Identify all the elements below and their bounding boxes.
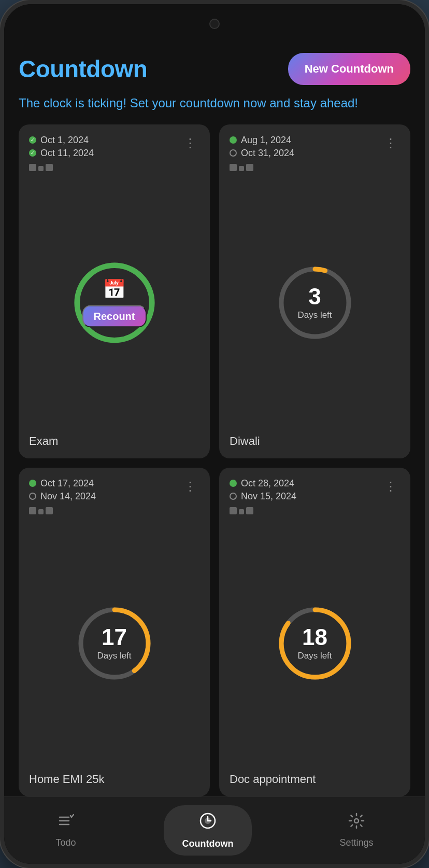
doc-days-number: 18 (297, 626, 332, 649)
recount-center: 📅 Recount (82, 278, 147, 327)
home-emi-name: Home EMI 25k (29, 773, 199, 786)
home-emi-circle: 17 Days left (73, 602, 156, 685)
home-emi-widget-icon (29, 507, 199, 514)
diwali-end-dot (230, 149, 237, 157)
home-emi-end-date: Nov 14, 2024 (40, 491, 96, 502)
calendar-icon: 📅 (103, 278, 126, 300)
home-emi-circle-center: 17 Days left (97, 626, 131, 661)
doc-menu-dots[interactable]: ⋮ (382, 478, 400, 495)
card-doc-header: Oct 28, 2024 Nov 15, 2024 ⋮ (230, 478, 400, 502)
exam-widget-icon (29, 164, 199, 171)
home-emi-menu-dots[interactable]: ⋮ (182, 478, 199, 495)
svg-point-12 (205, 818, 211, 824)
settings-icon (348, 813, 365, 833)
recount-button[interactable]: Recount (82, 305, 147, 327)
phone-frame: Countdown New Countdown The clock is tic… (0, 0, 429, 868)
card-diwali[interactable]: Aug 1, 2024 Oct 31, 2024 ⋮ (219, 124, 410, 458)
widget-sq3 (46, 164, 53, 171)
home-emi-widget-sq1 (29, 507, 36, 514)
exam-start-row: Oct 1, 2024 (29, 135, 94, 146)
diwali-circle-container: 3 Days left (230, 179, 400, 426)
diwali-widget-sq3 (246, 164, 253, 171)
doc-days-label: Days left (297, 651, 332, 661)
diwali-name: Diwali (230, 435, 400, 448)
doc-widget-icon (230, 507, 400, 514)
doc-start-date: Oct 28, 2024 (241, 478, 294, 489)
doc-start-dot (230, 480, 237, 487)
camera (209, 19, 220, 29)
svg-point-13 (354, 819, 359, 823)
countdown-icon (198, 811, 217, 834)
diwali-circle: 3 Days left (274, 261, 356, 344)
card-doc-appointment[interactable]: Oct 28, 2024 Nov 15, 2024 ⋮ (219, 468, 410, 796)
todo-label: Todo (55, 837, 76, 848)
todo-icon (58, 813, 74, 833)
exam-start-dot (29, 136, 36, 144)
home-emi-end-dot (29, 493, 36, 500)
settings-label: Settings (339, 837, 373, 848)
exam-circle-container: 📅 Recount (29, 179, 199, 426)
diwali-end-date: Oct 31, 2024 (241, 148, 294, 159)
cards-grid: Oct 1, 2024 Oct 11, 2024 ⋮ (19, 124, 410, 796)
bottom-nav: Todo Countdown (4, 796, 425, 864)
exam-end-dot (29, 149, 36, 157)
exam-end-row: Oct 11, 2024 (29, 148, 94, 159)
home-emi-start-dot (29, 480, 36, 487)
doc-start-row: Oct 28, 2024 (230, 478, 296, 489)
screen: Countdown New Countdown The clock is tic… (4, 4, 425, 864)
app-title: Countdown (19, 55, 147, 83)
doc-widget-sq3 (246, 507, 253, 514)
home-emi-end-row: Nov 14, 2024 (29, 491, 96, 502)
card-home-emi-dates: Oct 17, 2024 Nov 14, 2024 (29, 478, 96, 502)
header: Countdown New Countdown (19, 40, 410, 94)
home-emi-circle-container: 17 Days left (29, 523, 199, 764)
card-doc-dates: Oct 28, 2024 Nov 15, 2024 (230, 478, 296, 502)
diwali-start-row: Aug 1, 2024 (230, 135, 294, 146)
widget-sq1 (29, 164, 36, 171)
card-exam[interactable]: Oct 1, 2024 Oct 11, 2024 ⋮ (19, 124, 210, 458)
diwali-widget-sq1 (230, 164, 237, 171)
diwali-start-dot (230, 136, 237, 144)
exam-start-date: Oct 1, 2024 (40, 135, 89, 146)
home-emi-widget-sq3 (46, 507, 53, 514)
card-home-emi-header: Oct 17, 2024 Nov 14, 2024 ⋮ (29, 478, 199, 502)
home-emi-start-date: Oct 17, 2024 (40, 478, 94, 489)
exam-name: Exam (29, 435, 199, 448)
home-emi-days-label: Days left (97, 651, 131, 661)
app-content: Countdown New Countdown The clock is tic… (4, 40, 425, 796)
card-exam-dates: Oct 1, 2024 Oct 11, 2024 (29, 135, 94, 159)
diwali-widget-icon (230, 164, 400, 171)
card-home-emi[interactable]: Oct 17, 2024 Nov 14, 2024 ⋮ (19, 468, 210, 796)
nav-todo[interactable]: Todo (40, 807, 91, 853)
doc-widget-sq1 (230, 507, 237, 514)
card-exam-header: Oct 1, 2024 Oct 11, 2024 ⋮ (29, 135, 199, 159)
new-countdown-button[interactable]: New Countdown (288, 53, 410, 85)
diwali-menu-dots[interactable]: ⋮ (382, 135, 400, 151)
diwali-circle-center: 3 Days left (297, 285, 332, 320)
doc-circle-container: 18 Days left (230, 523, 400, 764)
home-emi-start-row: Oct 17, 2024 (29, 478, 96, 489)
nav-countdown[interactable]: Countdown (164, 805, 252, 856)
recount-circle: 📅 Recount (70, 259, 159, 347)
exam-end-date: Oct 11, 2024 (40, 148, 94, 159)
doc-widget-sq2 (239, 509, 244, 514)
home-emi-widget-sq2 (38, 509, 44, 514)
diwali-days-number: 3 (297, 285, 332, 308)
countdown-label: Countdown (182, 838, 234, 849)
doc-end-date: Nov 15, 2024 (241, 491, 296, 502)
home-emi-days-number: 17 (97, 626, 131, 649)
doc-end-row: Nov 15, 2024 (230, 491, 296, 502)
widget-sq2 (38, 166, 44, 171)
card-diwali-dates: Aug 1, 2024 Oct 31, 2024 (230, 135, 294, 159)
volume-button (425, 180, 429, 222)
nav-settings[interactable]: Settings (324, 807, 389, 853)
exam-menu-dots[interactable]: ⋮ (182, 135, 199, 151)
card-diwali-header: Aug 1, 2024 Oct 31, 2024 ⋮ (230, 135, 400, 159)
diwali-days-label: Days left (297, 310, 332, 320)
doc-circle-center: 18 Days left (297, 626, 332, 661)
doc-name: Doc appointment (230, 773, 400, 786)
doc-end-dot (230, 493, 237, 500)
power-button (425, 263, 429, 326)
diwali-widget-sq2 (239, 166, 244, 171)
diwali-end-row: Oct 31, 2024 (230, 148, 294, 159)
